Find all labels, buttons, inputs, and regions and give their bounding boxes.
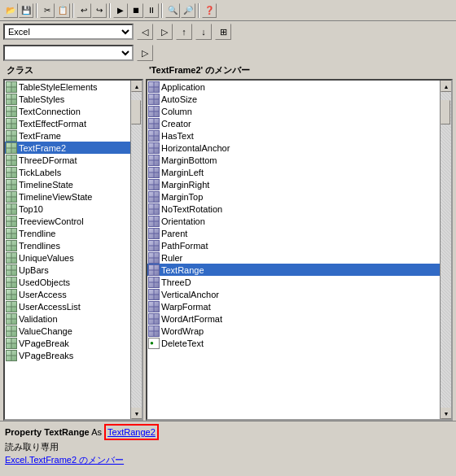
list-item[interactable]: UniqueValues: [5, 251, 130, 264]
member-icon: [148, 94, 160, 105]
list-item[interactable]: VPageBreak: [5, 337, 130, 349]
member-list-scrollbar[interactable]: ▲ ▼: [440, 81, 451, 419]
property-line: Property TextRange As TextRange2: [5, 424, 451, 440]
list-item[interactable]: TextConnection: [5, 105, 130, 117]
run-icon[interactable]: ▶: [113, 3, 128, 18]
list-item[interactable]: Parent: [147, 227, 440, 239]
list-item[interactable]: VerticalAnchor: [147, 288, 440, 300]
list-item[interactable]: UpBars: [5, 264, 130, 276]
list-item[interactable]: Ruler: [147, 251, 440, 264]
nav-btn-last[interactable]: ↓: [195, 24, 212, 40]
property-keyword: Property: [5, 427, 42, 437]
as-keyword: As: [91, 427, 102, 437]
list-item[interactable]: VPageBreaks: [5, 349, 130, 361]
search-icon[interactable]: 🔍: [165, 3, 180, 18]
go-btn[interactable]: ▷: [137, 45, 153, 61]
class-icon: [6, 240, 17, 251]
member-icon: [148, 313, 160, 325]
readonly-label: 読み取り専用: [5, 442, 59, 452]
scroll-thumb[interactable]: [131, 100, 141, 124]
help-icon[interactable]: ❓: [202, 3, 217, 18]
list-item[interactable]: Trendlines: [5, 239, 130, 251]
list-item[interactable]: HorizontalAnchor: [147, 142, 440, 154]
list-item[interactable]: TextEffectFormat: [5, 117, 130, 129]
method-combo[interactable]: [3, 45, 134, 61]
member-icon: [148, 264, 160, 276]
copy-icon[interactable]: 📋: [55, 3, 70, 18]
class-list[interactable]: TableStyleElements TableStyles TextConne…: [5, 81, 130, 419]
list-item[interactable]: NoTextRotation: [147, 203, 440, 215]
list-item[interactable]: TableStyleElements: [5, 81, 130, 93]
redo-icon[interactable]: ↪: [92, 3, 107, 18]
list-item[interactable]: WarpFormat: [147, 300, 440, 312]
type-name-link[interactable]: TextRange2: [107, 427, 156, 437]
scroll-down-btn[interactable]: ▼: [131, 408, 142, 419]
list-item[interactable]: ThreeDFormat: [5, 154, 130, 166]
member-of-link[interactable]: Excel.TextFrame2 のメンバー: [5, 455, 124, 465]
class-icon: [6, 179, 17, 190]
separator4: [161, 3, 163, 18]
scroll-thumb[interactable]: [441, 100, 450, 124]
list-item[interactable]: TextFrame: [5, 129, 130, 142]
class-icon: [6, 338, 17, 349]
list-item[interactable]: PathFormat: [147, 239, 440, 251]
open-icon[interactable]: 📂: [3, 3, 18, 18]
list-item-selected[interactable]: TextFrame2: [5, 142, 130, 154]
list-item[interactable]: AutoSize: [147, 93, 440, 105]
scroll-down-btn[interactable]: ▼: [441, 408, 452, 419]
cut-icon[interactable]: ✂: [40, 3, 55, 18]
list-item[interactable]: DeleteText: [147, 337, 440, 349]
list-item[interactable]: MarginTop: [147, 190, 440, 203]
member-icon: [148, 252, 160, 264]
zoomin-icon[interactable]: 🔎: [181, 3, 195, 18]
class-icon: [6, 167, 17, 178]
list-item[interactable]: UsedObjects: [5, 276, 130, 288]
combo-row-1: Excel ◁ ▷ ↑ ↓ ⊞: [0, 21, 456, 42]
list-item[interactable]: TimelineState: [5, 178, 130, 190]
list-item[interactable]: HasText: [147, 129, 440, 142]
list-item[interactable]: MarginLeft: [147, 166, 440, 178]
list-item[interactable]: TableStyles: [5, 93, 130, 105]
list-item[interactable]: UserAccess: [5, 288, 130, 300]
save-icon[interactable]: 💾: [19, 3, 33, 18]
pause-icon[interactable]: ⏸: [144, 3, 159, 18]
class-list-scrollbar[interactable]: ▲ ▼: [130, 81, 142, 419]
list-item-selected[interactable]: TextRange: [147, 264, 440, 276]
list-item[interactable]: MarginBottom: [147, 154, 440, 166]
list-item[interactable]: ValueChange: [5, 325, 130, 337]
member-list[interactable]: Application AutoSize Column Creator: [147, 81, 440, 419]
list-item[interactable]: Column: [147, 105, 440, 117]
list-item[interactable]: Creator: [147, 117, 440, 129]
class-icon: [6, 350, 17, 361]
list-item[interactable]: TreeviewControl: [5, 215, 130, 227]
nav-btn-extra[interactable]: ⊞: [215, 24, 231, 40]
list-item[interactable]: Orientation: [147, 215, 440, 227]
nav-btn-first[interactable]: ↑: [176, 24, 192, 40]
list-item[interactable]: UserAccessList: [5, 300, 130, 312]
list-item[interactable]: Top10: [5, 203, 130, 215]
member-of-line: Excel.TextFrame2 のメンバー: [5, 453, 451, 466]
list-item[interactable]: TickLabels: [5, 166, 130, 178]
excel-combo[interactable]: Excel: [3, 24, 134, 40]
list-item[interactable]: Trendline: [5, 227, 130, 239]
member-icon: [148, 203, 160, 215]
undo-icon[interactable]: ↩: [77, 3, 91, 18]
list-item[interactable]: MarginRight: [147, 178, 440, 190]
list-item[interactable]: Application: [147, 81, 440, 93]
class-icon: [6, 216, 17, 227]
list-item[interactable]: Validation: [5, 312, 130, 325]
nav-btn-prev[interactable]: ◁: [137, 24, 153, 40]
member-list-frame: Application AutoSize Column Creator: [146, 79, 453, 421]
stop-icon[interactable]: ⏹: [129, 3, 143, 18]
list-item[interactable]: ThreeD: [147, 276, 440, 288]
scroll-up-btn[interactable]: ▲: [441, 81, 452, 92]
list-item[interactable]: WordArtFormat: [147, 312, 440, 325]
scroll-track[interactable]: [441, 92, 451, 408]
class-icon: [6, 106, 17, 117]
nav-btn-next[interactable]: ▷: [156, 24, 173, 40]
scroll-up-btn[interactable]: ▲: [131, 81, 142, 92]
list-item[interactable]: TimelineViewState: [5, 190, 130, 203]
scroll-track[interactable]: [131, 92, 142, 408]
list-item[interactable]: WordWrap: [147, 325, 440, 337]
property-name: TextRange: [44, 427, 89, 437]
